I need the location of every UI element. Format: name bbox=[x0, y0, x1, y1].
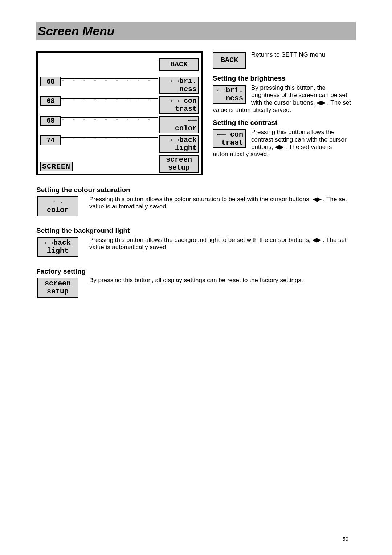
heading-factory: Factory setting bbox=[36, 267, 356, 275]
button-label: light bbox=[40, 247, 75, 255]
color-button[interactable]: ←→ color bbox=[37, 196, 78, 216]
arrow-icon: ←→ bbox=[40, 198, 75, 206]
title-bar: Screen Menu bbox=[36, 22, 356, 40]
button-label: setup bbox=[40, 288, 75, 296]
button-label: screen bbox=[161, 156, 197, 164]
back-button[interactable]: BACK bbox=[213, 52, 246, 69]
device-row-back: BACK bbox=[38, 53, 201, 74]
slider-backlight[interactable]: - - - - - - - - bbox=[61, 133, 158, 138]
button-label: trast bbox=[216, 139, 243, 147]
backlight-section: ←→back light Pressing this button allows… bbox=[36, 236, 356, 258]
backlight-text-a: Pressing this button allows the backgrou… bbox=[89, 236, 312, 243]
arrow-icon: ←→bri. bbox=[216, 86, 243, 94]
device-row-backlight: 74 - - - - - - - - ←→back light bbox=[38, 133, 201, 153]
button-label: color bbox=[40, 206, 75, 214]
slider-contrast[interactable]: - - - - - - - - - bbox=[61, 94, 158, 99]
contrast-value: 68 bbox=[40, 96, 61, 106]
color-value: 68 bbox=[40, 116, 61, 126]
button-label: ness bbox=[216, 94, 243, 102]
page: Screen Menu BACK 68 - - - - - - - - - ←→… bbox=[0, 0, 392, 555]
arrow-icon: ←→ bbox=[161, 117, 197, 125]
contrast-section: ←→ con trast Pressing this button allows… bbox=[213, 129, 356, 158]
slider-color[interactable]: - - - - - - - - - bbox=[61, 114, 158, 118]
brightness-button[interactable]: ←→bri. ness bbox=[213, 85, 246, 104]
device-contrast-button[interactable]: ←→ con trast bbox=[159, 96, 199, 114]
color-section: ←→ color Pressing this button allows the… bbox=[36, 195, 356, 217]
arrow-icon: ←→back bbox=[161, 136, 197, 144]
cursor-arrows-icon: ◀▶ bbox=[317, 99, 325, 106]
device-backlight-button[interactable]: ←→back light bbox=[159, 135, 199, 153]
button-label: setup bbox=[161, 164, 197, 172]
top-row: BACK 68 - - - - - - - - - ←→bri. ness 68… bbox=[36, 51, 356, 175]
heading-backlight: Setting the background light bbox=[36, 227, 356, 235]
color-text-a: Pressing this button allows the colour s… bbox=[89, 196, 313, 203]
device-back-button[interactable]: BACK bbox=[159, 58, 199, 71]
button-label: trast bbox=[161, 105, 197, 113]
heading-brightness: Setting the brightness bbox=[213, 74, 356, 83]
device-screen-label: SCREEN bbox=[40, 162, 73, 171]
cursor-arrows-icon: ◀▶ bbox=[275, 143, 283, 150]
cursor-arrows-icon: ◀▶ bbox=[313, 196, 321, 203]
factory-section: screen setup By pressing this button, al… bbox=[36, 277, 356, 299]
arrow-icon: ←→back bbox=[40, 239, 75, 247]
heading-contrast: Setting the contrast bbox=[213, 119, 356, 127]
back-description: Returns to SETTING menu bbox=[251, 51, 325, 58]
device-setup-button[interactable]: screen setup bbox=[159, 155, 199, 173]
button-label: light bbox=[161, 144, 197, 152]
device-row-contrast: 68 - - - - - - - - - ←→ con trast bbox=[38, 94, 201, 114]
arrow-icon: ←→ con bbox=[216, 131, 243, 139]
button-label: ness bbox=[161, 85, 197, 93]
right-column: BACK Returns to SETTING menu Setting the… bbox=[213, 51, 356, 161]
device-brightness-button[interactable]: ←→bri. ness bbox=[159, 77, 199, 94]
factory-text: By pressing this button, all display set… bbox=[36, 277, 356, 284]
page-title: Screen Menu bbox=[38, 24, 352, 38]
arrow-icon: ←→ con bbox=[161, 97, 197, 105]
cursor-arrows-icon: ◀▶ bbox=[312, 236, 321, 243]
slider-brightness[interactable]: - - - - - - - - - bbox=[61, 74, 158, 79]
brightness-section: ←→bri. ness By pressing this button, the… bbox=[213, 84, 356, 114]
lower-sections: Setting the colour saturation ←→ color P… bbox=[36, 186, 356, 299]
contrast-button[interactable]: ←→ con trast bbox=[213, 129, 246, 148]
heading-color: Setting the colour saturation bbox=[36, 186, 356, 194]
device-row-brightness: 68 - - - - - - - - - ←→bri. ness bbox=[38, 74, 201, 94]
device-row-color: 68 - - - - - - - - - ←→ color bbox=[38, 114, 201, 133]
button-label: screen bbox=[40, 280, 75, 288]
arrow-icon: ←→bri. bbox=[161, 77, 197, 85]
back-section: BACK Returns to SETTING menu bbox=[213, 51, 356, 69]
device-screenshot: BACK 68 - - - - - - - - - ←→bri. ness 68… bbox=[36, 51, 203, 175]
brightness-value: 68 bbox=[40, 77, 61, 86]
factory-button[interactable]: screen setup bbox=[37, 278, 78, 298]
device-color-button[interactable]: ←→ color bbox=[159, 116, 199, 133]
button-label: color bbox=[161, 125, 197, 133]
backlight-value: 74 bbox=[40, 135, 61, 145]
page-number: 59 bbox=[342, 536, 348, 542]
backlight-button[interactable]: ←→back light bbox=[37, 237, 78, 257]
